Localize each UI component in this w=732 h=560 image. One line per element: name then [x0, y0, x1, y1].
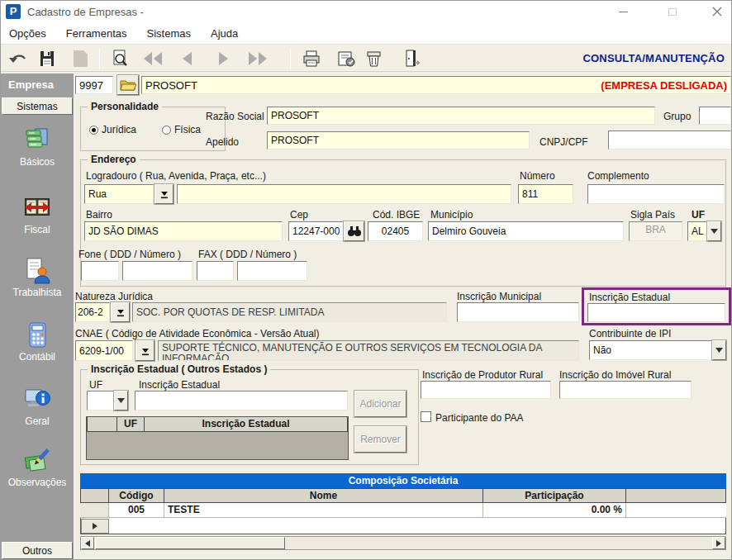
sidebar-item-observacoes[interactable]: Observações [1, 447, 74, 488]
cnpj-input[interactable] [608, 131, 731, 149]
mode-label: CONSULTA/MANUTENÇÃO [582, 52, 725, 64]
preview-button[interactable] [108, 48, 131, 69]
radio-juridica[interactable]: Jurídica [89, 124, 136, 135]
tipo-logradouro-input[interactable] [84, 184, 154, 204]
tipo-logradouro-dropdown-button[interactable] [154, 184, 173, 204]
scroll-right-icon [716, 540, 721, 547]
produtor-rural-label: Inscrição de Produtor Rural [422, 369, 543, 381]
sidebar-item-geral[interactable]: Geral [1, 386, 74, 427]
basicos-icon [23, 126, 51, 154]
fax-label: FAX ( DDD / Número ) [198, 249, 297, 260]
produtor-rural-input[interactable] [421, 381, 551, 399]
sidebar-item-trabalhista[interactable]: Trabalhista [1, 257, 74, 298]
municipio-input[interactable] [428, 221, 624, 241]
cnae-dropdown-button[interactable] [135, 340, 154, 361]
ledger-button[interactable] [335, 48, 358, 69]
composicao-grid-row[interactable]: 005 TESTE 0.00 % [80, 503, 726, 518]
sidebar-item-fiscal[interactable]: Fiscal [1, 194, 74, 235]
titlebar: P Cadastro de Empresas - [1, 1, 731, 22]
uf-field[interactable]: AL [687, 221, 707, 241]
cnae-label: CNAE ( Código de Atividade Econômica - V… [75, 328, 320, 339]
fone-label: Fone ( DDD / Número ) [78, 249, 181, 260]
current-row-indicator [81, 519, 109, 534]
radio-fisica[interactable]: Física [162, 124, 201, 135]
paa-label: Participante do PAA [435, 412, 524, 424]
row-indicator-cell [80, 503, 109, 518]
sidebar-item-label: Básicos [20, 156, 55, 168]
previous-record-button[interactable] [176, 48, 199, 69]
app-logo-icon: P [6, 4, 21, 19]
natureza-codigo-input[interactable] [75, 302, 110, 322]
cnae-descricao-field: SUPORTE TÉCNICO, MANUTENÇÃO E OUTROS SER… [158, 340, 579, 361]
minimize-button[interactable] [606, 1, 639, 22]
exit-icon [402, 50, 422, 68]
natureza-dropdown-button[interactable] [111, 302, 130, 322]
first-record-button[interactable] [141, 48, 164, 69]
sidebar-tab-sistemas[interactable]: Sistemas [2, 97, 73, 115]
sidebar-item-contabil[interactable]: Contábil [1, 321, 74, 363]
radio-fisica-label: Física [174, 124, 201, 135]
ie-estadual-input[interactable] [135, 391, 348, 411]
adicionar-button[interactable]: Adicionar [354, 391, 406, 417]
cep-input[interactable] [288, 221, 344, 241]
maximize-button[interactable] [656, 1, 689, 22]
next-record-button[interactable] [212, 48, 235, 69]
inscricao-municipal-input[interactable] [457, 302, 579, 322]
menu-ajuda[interactable]: Ajuda [211, 27, 238, 40]
empresa-code-input[interactable] [75, 76, 113, 94]
open-company-button[interactable] [117, 75, 139, 95]
razao-social-input[interactable] [267, 107, 655, 125]
delete-button[interactable] [363, 48, 386, 69]
drop-down-icon [116, 307, 126, 317]
fax-numero-input[interactable] [237, 261, 307, 281]
menu-ferramentas[interactable]: Ferramentas [66, 27, 127, 40]
cep-search-button[interactable] [344, 221, 364, 241]
contribuinte-ipi-field[interactable]: Não [589, 340, 712, 360]
contribuinte-ipi-dropdown-button[interactable] [712, 340, 726, 360]
imovel-rural-input[interactable] [559, 381, 692, 399]
sidebar-item-label: Observações [8, 477, 67, 488]
fone-numero-input[interactable] [122, 261, 193, 281]
scroll-right-button[interactable] [712, 537, 725, 549]
composicao-hscrollbar[interactable] [80, 536, 726, 550]
save-button[interactable] [36, 48, 59, 69]
scroll-left-button[interactable] [81, 537, 94, 549]
logradouro-input[interactable] [177, 184, 511, 204]
fone-ddd-input[interactable] [81, 261, 119, 281]
apelido-input[interactable] [267, 131, 530, 149]
cnae-codigo-input[interactable] [75, 340, 133, 361]
chevron-down-icon [117, 398, 125, 403]
inscricao-estadual-input[interactable] [587, 303, 725, 322]
grupo-input[interactable] [699, 107, 731, 125]
row-pointer-icon [93, 523, 97, 529]
undo-icon [8, 50, 28, 68]
uf-dropdown-button[interactable] [707, 221, 721, 241]
sigla-pais-label: Sigla País [630, 209, 675, 221]
complemento-input[interactable] [587, 184, 725, 204]
close-button[interactable] [701, 1, 732, 22]
last-record-button[interactable] [246, 48, 269, 69]
print-button[interactable] [300, 48, 323, 69]
drop-down-icon [140, 346, 150, 356]
ie-grid: UF Inscrição Estadual [86, 416, 349, 460]
cod-ibge-input[interactable] [368, 221, 423, 241]
remover-button[interactable]: Remover [354, 426, 406, 453]
fax-ddd-input[interactable] [197, 261, 234, 281]
bairro-input[interactable] [84, 221, 283, 241]
cancel-button[interactable] [69, 48, 92, 69]
ie-uf-dropdown-button[interactable] [114, 391, 128, 411]
sidebar-tab-outros[interactable]: Outros [2, 542, 73, 559]
ie-uf-field[interactable] [87, 391, 114, 411]
numero-input[interactable] [518, 184, 573, 204]
menu-opcoes[interactable]: Opções [9, 27, 46, 40]
exit-button[interactable] [401, 48, 424, 69]
endereco-title: Endereço [88, 154, 140, 165]
paa-checkbox[interactable] [421, 411, 431, 422]
menu-sistemas[interactable]: Sistemas [147, 27, 191, 40]
empresa-name-field[interactable]: PROSOFT (EMPRESA DESLIGADA) [141, 76, 731, 94]
empresa-name: PROSOFT [145, 79, 197, 92]
sidebar-item-basicos[interactable]: Básicos [1, 126, 74, 168]
scrollbar-thumb[interactable] [95, 537, 285, 549]
col-codigo-header: Código [109, 488, 164, 503]
undo-button[interactable] [7, 48, 30, 69]
